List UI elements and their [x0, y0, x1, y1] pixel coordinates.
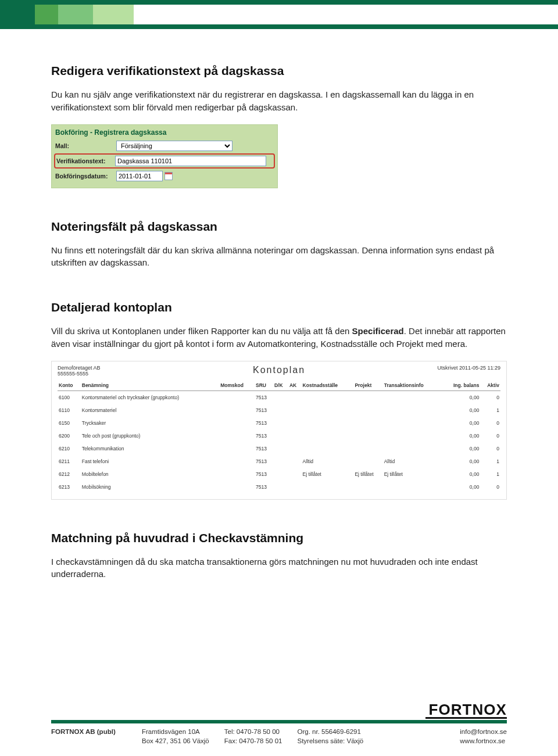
- bokforing-title: Bokföring - Registrera dagskassa: [55, 127, 274, 139]
- table-row: 6213Mobilsökning75130,000: [58, 481, 500, 493]
- section-heading: Detaljerad kontoplan: [51, 300, 507, 314]
- bokforing-panel: Bokföring - Registrera dagskassa Mall: F…: [51, 124, 278, 188]
- fortnox-logo: FORTNOX: [425, 703, 507, 719]
- report-orgnr: 555555-5555: [58, 371, 162, 377]
- verif-label: Verifikationstext:: [56, 157, 115, 164]
- footer-addr1: Framtidsvägen 10A: [142, 727, 209, 736]
- footer-email: info@fortnox.se: [460, 727, 507, 736]
- header-banner: [0, 0, 558, 29]
- section-matchning: Matchning på huvudrad i Checkavstämning …: [51, 531, 507, 581]
- footer-web: www.fortnox.se: [460, 736, 507, 746]
- table-header: D/K: [273, 380, 288, 391]
- table-row: 6210Telekommunikation75130,000: [58, 442, 500, 455]
- page-content: Redigera verifikationstext på dagskassa …: [0, 29, 558, 581]
- table-row: 6100Kontorsmateriel och trycksaker (grup…: [58, 390, 500, 404]
- table-header: Momskod: [219, 380, 255, 391]
- section-noteringsfalt: Noteringsfält på dagskassan Nu finns ett…: [51, 220, 507, 270]
- table-row: 6110Kontorsmateriel75130,001: [58, 404, 500, 417]
- section-paragraph: Nu finns ett noteringsfält där du kan sk…: [51, 244, 507, 270]
- footer-tel: Tel: 0470-78 50 00: [224, 727, 282, 736]
- section-redigera: Redigera verifikationstext på dagskassa …: [51, 64, 507, 188]
- table-header: AK: [288, 380, 302, 391]
- mall-label: Mall:: [55, 142, 116, 149]
- footer-org: Org. nr. 556469-6291: [297, 727, 363, 736]
- report-company: Demoföretaget AB: [58, 365, 162, 371]
- footer-addr2: Box 427, 351 06 Växjö: [142, 736, 209, 746]
- mall-select[interactable]: Försäljning: [116, 141, 233, 151]
- table-header: Transaktionsinfo: [383, 380, 441, 391]
- report-printed: Utskrivet 2011-05-25 11:29: [396, 365, 500, 371]
- table-row: 6211Fast telefoni7513AlltidAlltid0,001: [58, 455, 500, 468]
- section-heading: Matchning på huvudrad i Checkavstämning: [51, 531, 507, 545]
- table-header: Kostnadsställe: [302, 380, 354, 391]
- section-heading: Noteringsfält på dagskassan: [51, 220, 507, 234]
- section-detaljerad-kontoplan: Detaljerad kontoplan Vill du skriva ut K…: [51, 300, 507, 500]
- calendar-icon[interactable]: [164, 172, 173, 180]
- date-input[interactable]: [116, 171, 163, 181]
- verifikationstext-row: Verifikationstext:: [54, 153, 275, 169]
- table-header: Benämning: [81, 380, 220, 391]
- table-row: 6150Trycksaker75130,000: [58, 417, 500, 429]
- footer-seat: Styrelsens säte: Växjö: [297, 736, 363, 746]
- section-heading: Redigera verifikationstext på dagskassa: [51, 64, 507, 78]
- report-title: Kontoplan: [162, 365, 396, 375]
- kontoplan-report: Demoföretaget AB 555555-5555 Kontoplan U…: [51, 361, 507, 500]
- kontoplan-table: KontoBenämningMomskodSRUD/KAKKostnadsstä…: [58, 380, 500, 493]
- table-header: Aktiv: [480, 380, 500, 391]
- section-paragraph: Vill du skriva ut Kontoplanen under flik…: [51, 325, 507, 350]
- footer-company: FORTNOX AB (publ): [51, 728, 116, 735]
- date-label: Bokföringsdatum:: [55, 173, 116, 180]
- table-header: Konto: [58, 380, 81, 391]
- footer-fax: Fax: 0470-78 50 01: [224, 736, 282, 746]
- table-header: Ing. balans: [441, 380, 480, 391]
- page-footer: FORTNOX FORTNOX AB (publ) Framtidsvägen …: [0, 703, 558, 746]
- table-header: SRU: [255, 380, 273, 391]
- table-row: 6212Mobiltelefon7513Ej tillåtetEj tillåt…: [58, 468, 500, 481]
- section-paragraph: I checkavstämningen då du ska matcha tra…: [51, 556, 507, 581]
- table-header: Projekt: [353, 380, 382, 391]
- section-paragraph: Du kan nu själv ange verifikationstext n…: [51, 88, 507, 114]
- verif-input[interactable]: [115, 156, 266, 166]
- table-row: 6200Tele och post (gruppkonto)75130,000: [58, 429, 500, 442]
